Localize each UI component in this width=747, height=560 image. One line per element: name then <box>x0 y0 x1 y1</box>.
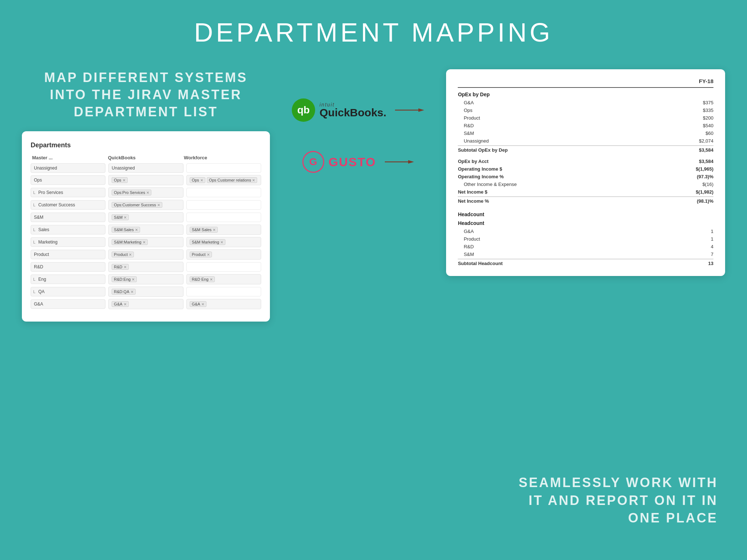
wf-cell: G&A ✕ <box>186 299 261 309</box>
master-cell: QA <box>31 287 105 296</box>
right-panel: FY-18 OpEx by Dep G&A $375 Ops $335 Prod… <box>446 69 725 276</box>
svg-marker-1 <box>418 108 424 112</box>
gusto-logo: G GUSTO <box>302 151 376 173</box>
fin-row: G&A $375 <box>458 99 713 106</box>
row-label: Net Income % <box>458 198 489 204</box>
tag[interactable]: S&M Sales ✕ <box>190 227 218 233</box>
wf-cell <box>186 213 261 222</box>
svg-marker-3 <box>408 160 414 164</box>
tag[interactable]: S&M Marketing ✕ <box>190 239 225 245</box>
wf-cell <box>186 163 261 173</box>
bottom-line2: IT AND REPORT ON IT IN <box>529 493 718 508</box>
row-label: Product <box>458 115 480 121</box>
qb-cell: Ops:Customer Success ✕ <box>108 200 183 210</box>
main-content: MAP DIFFERENT SYSTEMS INTO THE JIRAV MAS… <box>0 69 747 322</box>
row-label: Unassigned <box>458 138 489 144</box>
table-row: Sales S&M:Sales ✕ S&M Sales ✕ <box>31 225 261 235</box>
master-cell: Marketing <box>31 237 105 247</box>
master-cell: Eng <box>31 275 105 284</box>
tag[interactable]: S&M ✕ <box>112 214 129 220</box>
qb-cell: R&D:Eng ✕ <box>108 274 183 284</box>
wf-cell: Ops ✕ Ops Customer relations ✕ <box>186 175 261 185</box>
row-value: $(16) <box>703 182 713 187</box>
fin-row: Unassigned $2,074 <box>458 137 713 145</box>
gusto-group: G GUSTO <box>302 151 414 173</box>
departments-card: Departments Master ... QuickBooks Workfo… <box>22 131 270 322</box>
row-value: $(1,965) <box>696 166 713 172</box>
qb-cell: Unassigned <box>108 163 183 173</box>
row-value: 13 <box>708 261 713 266</box>
row-label: G&A <box>458 100 473 105</box>
tag[interactable]: S&M:Sales ✕ <box>112 227 140 233</box>
tag[interactable]: Ops:Customer Success ✕ <box>112 202 162 208</box>
fin-row: G&A 1 <box>458 228 713 235</box>
table-row: Unassigned Unassigned <box>31 163 261 173</box>
arrow-right-icon-2 <box>385 158 414 166</box>
tag[interactable]: Ops Customer relations ✕ <box>207 177 258 183</box>
tag[interactable]: Ops:Pro Services ✕ <box>112 190 151 195</box>
row-label: S&M <box>458 252 474 257</box>
row-value: 1 <box>711 229 713 234</box>
tag[interactable]: R&D:QA ✕ <box>112 289 135 295</box>
wf-cell <box>186 287 261 296</box>
master-cell: Unassigned <box>31 163 105 173</box>
table-row: R&D R&D ✕ <box>31 262 261 272</box>
qb-cell: R&D ✕ <box>108 262 183 272</box>
tag[interactable]: Product ✕ <box>112 252 134 257</box>
wf-cell <box>186 200 261 210</box>
financial-card: FY-18 OpEx by Dep G&A $375 Ops $335 Prod… <box>446 69 725 276</box>
fin-row: Ops $335 <box>458 106 713 114</box>
row-label: S&M <box>458 131 474 136</box>
row-value: $3,584 <box>699 147 713 153</box>
dept-card-title: Departments <box>31 141 261 149</box>
row-label: G&A <box>458 229 473 234</box>
fin-row: Other Income & Expense $(16) <box>458 180 713 188</box>
arrow-right-icon <box>395 106 424 114</box>
tag[interactable]: R&D:Eng ✕ <box>112 276 137 282</box>
row-value: $60 <box>705 131 713 136</box>
table-row: QA R&D:QA ✕ <box>31 287 261 297</box>
dept-table-header: Master ... QuickBooks Workforce <box>31 155 261 160</box>
tag[interactable]: Ops ✕ <box>112 177 127 183</box>
row-label: Operating Income $ <box>458 166 502 172</box>
master-cell: G&A <box>31 299 105 309</box>
quickbooks-group: qb intuit QuickBooks. <box>292 98 424 122</box>
qb-cell: S&M:Marketing ✕ <box>108 237 183 247</box>
tag[interactable]: Product ✕ <box>190 252 212 257</box>
fin-row-subtotal: Net Income % (98.1)% <box>458 197 713 205</box>
table-row: Marketing S&M:Marketing ✕ S&M Marketing … <box>31 237 261 247</box>
qb-cell: Ops:Pro Services ✕ <box>108 187 183 198</box>
tag[interactable]: G&A ✕ <box>190 301 206 307</box>
quickbooks-text: intuit QuickBooks. <box>320 102 386 118</box>
wf-cell: Product ✕ <box>186 249 261 260</box>
tag[interactable]: S&M:Marketing ✕ <box>112 239 147 245</box>
row-value: $375 <box>703 100 713 105</box>
qb-cell: S&M ✕ <box>108 212 183 222</box>
tag[interactable]: Ops ✕ <box>190 177 205 183</box>
master-cell: Ops <box>31 175 105 185</box>
tag[interactable]: R&D ✕ <box>112 264 128 270</box>
bottom-text: SEAMLESSLY WORK WITH IT AND REPORT ON IT… <box>519 474 718 527</box>
table-row: Ops Ops ✕ Ops ✕ Ops Customer relations ✕ <box>31 175 261 185</box>
row-value: (98.1)% <box>697 198 713 204</box>
row-value: $3,584 <box>699 159 713 164</box>
qb-cell: Ops ✕ <box>108 175 183 185</box>
tag[interactable]: R&D Eng ✕ <box>190 276 215 282</box>
fin-row: OpEx by Acct $3,584 <box>458 158 713 165</box>
row-label: Subtotal OpEx by Dep <box>458 147 508 153</box>
row-value: 4 <box>711 244 713 249</box>
headline-line3: DEPARTMENT LIST <box>74 104 218 119</box>
fin-row: S&M $60 <box>458 129 713 137</box>
page-title: DEPARTMENT MAPPING <box>0 0 747 47</box>
tag[interactable]: G&A ✕ <box>112 301 128 307</box>
left-panel: MAP DIFFERENT SYSTEMS INTO THE JIRAV MAS… <box>22 69 270 322</box>
master-cell: Sales <box>31 225 105 234</box>
wf-cell <box>186 262 261 272</box>
master-cell: Product <box>31 250 105 259</box>
section-title-opex-dep: OpEx by Dep <box>458 92 713 97</box>
fin-row: Product 1 <box>458 235 713 243</box>
master-cell: Customer Success <box>31 200 105 210</box>
fin-row: Net Income $ $(1,982) <box>458 188 713 196</box>
section-title-headcount: Headcount <box>458 211 713 217</box>
row-value: $335 <box>703 108 713 113</box>
